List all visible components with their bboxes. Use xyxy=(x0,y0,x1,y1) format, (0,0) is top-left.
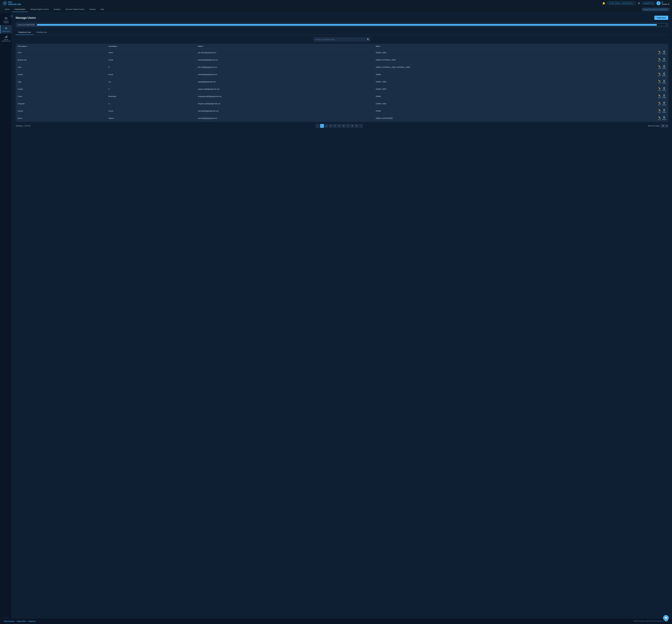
delete-button[interactable]: 🗑️ Delete xyxy=(662,51,666,55)
search-container: 🔍 xyxy=(16,37,668,42)
grid-icon[interactable]: ⊞ xyxy=(638,1,641,5)
delete-button[interactable]: 🗑️ Delete xyxy=(662,65,666,69)
table-header: First Name ⇅ Last Name ⇅ Email ⇅ xyxy=(16,44,668,49)
pagination-page-7[interactable]: 7 xyxy=(346,124,350,128)
pagination-page-2[interactable]: 2 xyxy=(325,124,328,128)
table-row: Bharath Jee Kumar bharath@digitalapicraf… xyxy=(16,56,668,63)
delete-icon: 🗑️ xyxy=(663,73,665,75)
sidebar-item-gateway-instances[interactable]: Gateway Instances xyxy=(0,15,12,25)
sort-icon-last-name[interactable]: ⇅ xyxy=(117,46,118,47)
collapse-icon: ‹ xyxy=(11,16,12,17)
sort-icon-first-name[interactable]: ⇅ xyxy=(27,46,28,47)
edit-button[interactable]: ✏️ Edit xyxy=(658,51,661,55)
pagination-next[interactable]: › xyxy=(359,124,363,128)
table-row: OSH Admin osh-admin@yopmail.com ADMIN, U… xyxy=(16,49,668,56)
cell-last-name: Urs xyxy=(106,78,196,85)
col-header-email: Email ⇅ xyxy=(196,44,373,49)
edit-button[interactable]: ✏️ Edit xyxy=(658,116,661,120)
delete-icon: 🗑️ xyxy=(663,116,665,119)
edit-button[interactable]: ✏️ Edit xyxy=(658,102,661,106)
edit-button[interactable]: ✏️ Edit xyxy=(658,65,661,69)
edit-icon: ✏️ xyxy=(658,87,661,89)
nav-item-analytics[interactable]: Analytics xyxy=(51,7,63,12)
app-body: ‹ Gateway Instances xyxy=(0,12,672,618)
nav-item-discover-digital-content[interactable]: Discover Digital Content xyxy=(63,7,86,12)
svg-point-6 xyxy=(5,3,5,3)
notifications-icon[interactable]: 🔔 xyxy=(602,1,606,5)
delete-button[interactable]: 🗑️ Delete xyxy=(662,95,666,98)
edit-button[interactable]: ✏️ Edit xyxy=(658,58,661,62)
footer-link-contact[interactable]: Contact Us xyxy=(28,620,35,622)
edit-button[interactable]: ✏️ Edit xyxy=(658,80,661,84)
sidebar-item-label-gateway: Gateway Instances xyxy=(1,21,11,24)
per-page-select[interactable]: 102550100 xyxy=(660,124,668,128)
pagination-page-5[interactable]: 5 xyxy=(337,124,341,128)
users-table: First Name ⇅ Last Name ⇅ Email ⇅ xyxy=(16,44,668,122)
pagination-page-8[interactable]: 8 xyxy=(351,124,354,128)
cell-roles: ADMIN ✏️ Edit 🗑️ Delete xyxy=(373,71,668,78)
nav-item-manage-digital-content[interactable]: Manage Digital Content xyxy=(28,7,51,12)
edit-button[interactable]: ✏️ Edit xyxy=(658,73,661,76)
chat-bubble[interactable]: 💬 xyxy=(663,615,669,621)
nav-item-administration[interactable]: Administration xyxy=(12,7,28,12)
sort-icon-email[interactable]: ⇅ xyxy=(203,46,204,47)
edit-button[interactable]: ✏️ Edit xyxy=(658,95,661,98)
cell-roles: ADMIN, USER ✏️ Edit 🗑️ Delete xyxy=(373,85,668,93)
cell-last-name: Dhanwada xyxy=(106,93,196,100)
cell-roles: ADMIN, EXTERNAL_USER ✏️ Edit 🗑️ Delete xyxy=(373,56,668,63)
cell-first-name: John xyxy=(16,63,106,71)
edit-icon: ✏️ xyxy=(658,95,661,97)
delete-button[interactable]: 🗑️ Delete xyxy=(662,109,666,113)
search-input[interactable] xyxy=(314,37,370,42)
delete-button[interactable]: 🗑️ Delete xyxy=(662,87,666,91)
users-left-bar: Users Left: 9854/10000 xyxy=(16,23,668,27)
pagination-page-9[interactable]: 9 xyxy=(355,124,359,128)
footer-link-terms[interactable]: Terms of service xyxy=(4,620,15,622)
delete-button[interactable]: 🗑️ Delete xyxy=(662,102,666,106)
top-header: DAC SERVICE HUB 🔔 SILVER_YEARLY_SUBSCRIP… xyxy=(0,0,672,6)
svg-point-11 xyxy=(5,27,6,28)
pagination-page-3[interactable]: 3 xyxy=(329,124,333,128)
edit-button[interactable]: ✏️ Edit xyxy=(658,109,661,113)
sidebar-item-manage-analytics[interactable]: Manage Analytics Access xyxy=(0,33,12,44)
footer-link-privacy[interactable]: Privacy Policy xyxy=(17,620,26,622)
sidebar-collapse-button[interactable]: ‹ xyxy=(10,15,14,18)
nav-item-help[interactable]: Help xyxy=(98,7,106,12)
delete-button[interactable]: 🗑️ Delete xyxy=(662,116,666,120)
delete-icon: 🗑️ xyxy=(663,109,665,111)
pagination-page-1[interactable]: 1 xyxy=(320,124,324,128)
nav-item-home[interactable]: Home xyxy=(3,7,12,12)
invite-user-button[interactable]: Invite User xyxy=(654,16,668,20)
delete-button[interactable]: 🗑️ Delete xyxy=(662,80,666,84)
pagination-prev[interactable]: ‹ xyxy=(316,124,319,128)
pagination-info: Showing 1 - 10 of 81 xyxy=(16,125,30,127)
table-row: Senthil Kumar senthil@digitalapicraft.co… xyxy=(16,71,668,78)
cell-roles: ADMIN, SUPERADMIN ✏️ Edit 🗑️ Delete xyxy=(373,115,668,122)
search-icon-button[interactable]: 🔍 xyxy=(367,38,369,41)
delete-button[interactable]: 🗑️ Delete xyxy=(662,73,666,76)
edit-icon: ✏️ xyxy=(658,73,661,75)
cell-email: vijay@digitalapicraft.com xyxy=(196,78,373,85)
cell-first-name: Bharath Jee xyxy=(16,56,106,63)
sidebar-item-manage-users[interactable]: Manage Users xyxy=(0,25,12,34)
pagination-page-6[interactable]: 6 xyxy=(342,124,345,128)
cell-last-name: D xyxy=(106,63,196,71)
edit-button[interactable]: ✏️ Edit xyxy=(658,87,661,91)
header-right: 🔔 SILVER_YEARLY_SUBSCRIPTION ▾ ⊞ Digital… xyxy=(602,1,669,5)
col-header-last-name: Last Name ⇅ xyxy=(106,44,196,49)
logo: DAC SERVICE HUB xyxy=(3,1,21,5)
pagination-page-4[interactable]: 4 xyxy=(333,124,337,128)
table-row: Chala Dhanwada chalapathy.d@digitalapicr… xyxy=(16,93,668,100)
delete-icon: 🗑️ xyxy=(663,58,665,60)
delete-icon: 🗑️ xyxy=(663,51,665,53)
footer-links: Terms of service Privacy Policy Contact … xyxy=(4,620,35,622)
cell-email: chalapathy.d@digitalapicraft.com xyxy=(196,93,373,100)
org-badge[interactable]: DigitalAPICraft xyxy=(642,2,655,5)
subscription-badge[interactable]: SILVER_YEARLY_SUBSCRIPTION ▾ xyxy=(607,2,636,5)
tab-registered-user[interactable]: Registered User xyxy=(16,30,34,35)
nav-item-settings[interactable]: Settings xyxy=(87,7,98,12)
cell-last-name: Aurora xyxy=(106,107,196,115)
tab-pending-user[interactable]: Pending User xyxy=(34,30,50,35)
delete-button[interactable]: 🗑️ Delete xyxy=(662,58,666,62)
table-row: John D john.d@digitalapicraft.com ADMIN,… xyxy=(16,63,668,71)
